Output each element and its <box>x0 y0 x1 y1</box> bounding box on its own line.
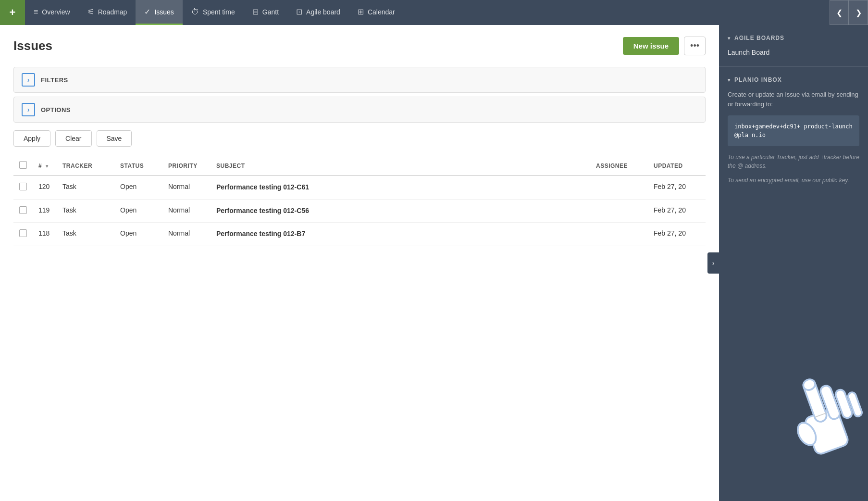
svg-rect-1 <box>802 378 828 423</box>
row-status-119: Open <box>114 199 162 223</box>
row-updated-119: Feb 27, 20 <box>648 199 706 223</box>
svg-point-5 <box>794 420 819 449</box>
row-priority-118: Normal <box>162 223 211 246</box>
col-priority[interactable]: PRIORITY <box>162 156 211 175</box>
svg-line-6 <box>815 413 826 417</box>
row-priority-120: Normal <box>162 175 211 199</box>
inbox-note-encrypted: To send an encrypted email, use our publ… <box>728 176 859 185</box>
row-id-119: 119 <box>33 199 57 223</box>
more-options-button[interactable]: ••• <box>684 37 706 55</box>
agile-boards-section: ▾ AGILE BOARDS Launch Board <box>719 25 868 67</box>
nav-label-issues: Issues <box>154 8 174 16</box>
nav-item-calendar[interactable]: ⊞ Calendar <box>349 0 404 25</box>
main-layout: › Issues New issue ••• › FILTERS › OPTIO… <box>0 25 868 501</box>
planio-inbox-header[interactable]: ▾ PLANIO INBOX <box>728 76 859 83</box>
row-assignee-118 <box>590 223 648 246</box>
row-checkbox-119[interactable] <box>19 206 27 214</box>
col-check <box>13 156 33 175</box>
nav-item-spent-time[interactable]: ⏱ Spent time <box>183 0 244 25</box>
col-tracker[interactable]: TRACKER <box>57 156 114 175</box>
options-section: › OPTIONS <box>13 97 706 123</box>
issue-subject-119: Performance testing 012-C56 <box>216 207 309 214</box>
nav-item-roadmap[interactable]: ⚟ Roadmap <box>79 0 136 25</box>
inbox-note-tracker: To use a particular Tracker, just add +t… <box>728 153 859 170</box>
issues-table: # ▾ TRACKER STATUS PRIORITY SUBJECT <box>13 156 706 246</box>
col-assignee-label: ASSIGNEE <box>596 163 628 169</box>
row-subject-118[interactable]: Performance testing 012-B7 <box>211 223 590 246</box>
nav-label-gantt: Gantt <box>262 8 279 16</box>
top-navigation: + ≡ Overview ⚟ Roadmap ✓ Issues ⏱ Spent … <box>0 0 868 25</box>
apply-button[interactable]: Apply <box>13 130 50 147</box>
save-button[interactable]: Save <box>97 130 132 147</box>
inbox-email-box[interactable]: inbox+gamedev+dc91+ product-launch@pla n… <box>728 115 859 146</box>
row-checkbox-120[interactable] <box>19 183 27 190</box>
nav-arrows: ❮ ❯ <box>830 0 868 25</box>
col-status-label: STATUS <box>120 163 144 169</box>
nav-label-spent-time: Spent time <box>203 8 235 16</box>
filters-section: › FILTERS <box>13 67 706 93</box>
table-row[interactable]: 118 Task Open Normal Performance testing… <box>13 223 706 246</box>
options-header[interactable]: › OPTIONS <box>14 97 705 122</box>
nav-item-agile-board[interactable]: ⊡ Agile board <box>287 0 349 25</box>
row-subject-120[interactable]: Performance testing 012-C61 <box>211 175 590 199</box>
nav-items: ≡ Overview ⚟ Roadmap ✓ Issues ⏱ Spent ti… <box>25 0 830 25</box>
nav-label-calendar: Calendar <box>368 8 395 16</box>
agile-boards-header[interactable]: ▾ AGILE BOARDS <box>728 35 859 41</box>
svg-rect-2 <box>819 384 841 420</box>
nav-item-overview[interactable]: ≡ Overview <box>25 0 79 25</box>
row-status-118: Open <box>114 223 162 246</box>
agile-boards-label: AGILE BOARDS <box>734 35 784 41</box>
col-updated[interactable]: UPDATED <box>648 156 706 175</box>
row-assignee-120 <box>590 175 648 199</box>
row-updated-118: Feb 27, 20 <box>648 223 706 246</box>
table-row[interactable]: 120 Task Open Normal Performance testing… <box>13 175 706 199</box>
content-area: Issues New issue ••• › FILTERS › OPTIONS… <box>0 25 719 501</box>
row-subject-119[interactable]: Performance testing 012-C56 <box>211 199 590 223</box>
row-status-120: Open <box>114 175 162 199</box>
table-header: # ▾ TRACKER STATUS PRIORITY SUBJECT <box>13 156 706 175</box>
nav-label-overview: Overview <box>42 8 70 16</box>
planio-inbox-label: PLANIO INBOX <box>734 76 782 83</box>
issue-subject-120: Performance testing 012-C61 <box>216 183 309 191</box>
action-buttons: Apply Clear Save <box>13 130 706 147</box>
page-header: Issues New issue ••• <box>13 37 706 55</box>
clear-button[interactable]: Clear <box>55 130 91 147</box>
svg-rect-3 <box>834 388 854 419</box>
add-button[interactable]: + <box>0 0 25 25</box>
col-subject[interactable]: SUBJECT <box>211 156 590 175</box>
row-checkbox-118[interactable] <box>19 229 27 237</box>
row-priority-119: Normal <box>162 199 211 223</box>
sidebar-expand-button[interactable]: › <box>707 252 719 274</box>
issues-icon: ✓ <box>144 7 150 16</box>
right-sidebar: ▾ AGILE BOARDS Launch Board ▾ PLANIO INB… <box>719 25 868 501</box>
col-tracker-label: TRACKER <box>62 163 92 169</box>
svg-rect-4 <box>847 391 863 418</box>
filters-header[interactable]: › FILTERS <box>14 67 705 92</box>
svg-rect-0 <box>804 407 849 456</box>
col-assignee[interactable]: ASSIGNEE <box>590 156 648 175</box>
row-tracker-120: Task <box>57 175 114 199</box>
table-row[interactable]: 119 Task Open Normal Performance testing… <box>13 199 706 223</box>
col-subject-label: SUBJECT <box>216 163 245 169</box>
col-status[interactable]: STATUS <box>114 156 162 175</box>
sort-arrow-num: ▾ <box>46 163 49 169</box>
gantt-icon: ⊟ <box>252 7 259 16</box>
row-assignee-119 <box>590 199 648 223</box>
nav-item-issues[interactable]: ✓ Issues <box>136 0 182 25</box>
nav-next-button[interactable]: ❯ <box>849 0 868 25</box>
spent-time-icon: ⏱ <box>191 8 199 16</box>
nav-item-gantt[interactable]: ⊟ Gantt <box>244 0 287 25</box>
hand-cursor-icon <box>777 365 863 461</box>
filters-toggle-icon[interactable]: › <box>22 73 35 87</box>
row-updated-120: Feb 27, 20 <box>648 175 706 199</box>
calendar-icon: ⊞ <box>358 7 364 16</box>
new-issue-button[interactable]: New issue <box>623 37 679 55</box>
col-priority-label: PRIORITY <box>168 163 198 169</box>
roadmap-icon: ⚟ <box>87 7 94 16</box>
options-toggle-icon[interactable]: › <box>22 103 35 116</box>
select-all-checkbox[interactable] <box>19 161 27 169</box>
col-num[interactable]: # ▾ <box>33 156 57 175</box>
row-check-119 <box>13 199 33 223</box>
nav-prev-button[interactable]: ❮ <box>830 0 849 25</box>
launch-board-link[interactable]: Launch Board <box>728 49 769 56</box>
